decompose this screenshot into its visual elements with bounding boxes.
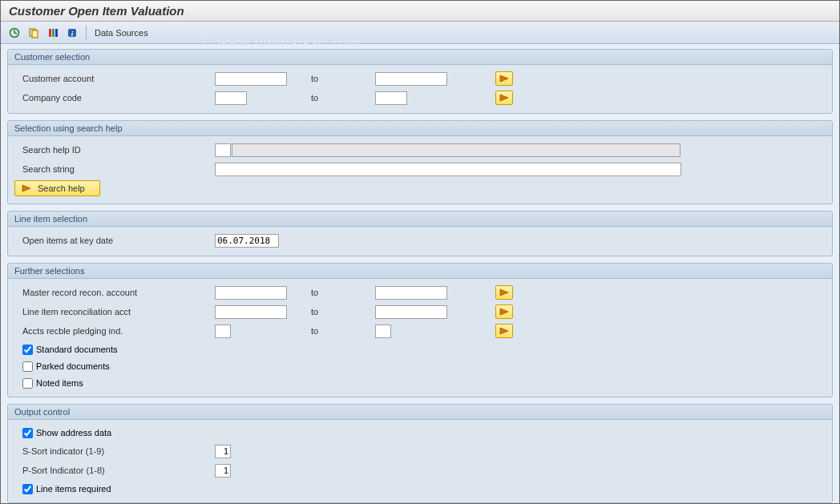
application-toolbar: i Data Sources [1,22,839,44]
customer-account-from-input[interactable] [215,72,287,86]
line-items-required-checkbox[interactable] [22,484,33,494]
standard-documents-checkbox[interactable] [22,345,33,355]
master-record-recon-to-input[interactable] [375,286,447,300]
execute-icon[interactable] [6,25,23,41]
search-string-input[interactable] [215,163,681,176]
search-help-id-input[interactable] [215,143,231,157]
multiple-selection-button[interactable] [495,304,513,319]
line-item-recon-from-input[interactable] [215,305,287,319]
accts-recble-to-input[interactable] [375,325,391,338]
multiple-selection-button[interactable] [495,285,513,300]
group-header: Selection using search help [8,121,832,136]
open-items-key-date-label: Open items at key date [14,236,215,245]
parked-documents-checkbox[interactable] [22,361,33,372]
noted-items-checkbox[interactable] [22,378,33,389]
group-line-item-selection: Line item selection Open items at key da… [7,211,833,256]
multiple-selection-button[interactable] [495,91,513,105]
master-record-recon-from-input[interactable] [215,286,287,300]
multiple-selection-button[interactable] [495,71,513,86]
accts-recble-pledging-label: Accts recble pledging ind. [14,326,215,336]
show-address-data-checkbox[interactable] [22,428,33,438]
line-item-recon-label: Line item reconciliation acct [14,307,215,317]
group-further-selections: Further selections Master record recon. … [7,263,833,397]
group-customer-selection: Customer selection Customer account to C… [7,49,833,114]
page-title: Customer Open Item Valuation [1,1,839,22]
svg-rect-4 [32,30,38,38]
to-label: to [287,288,375,297]
group-header: Customer selection [8,50,832,65]
multiple-selection-button[interactable] [495,324,513,338]
data-sources-button[interactable]: Data Sources [91,28,151,38]
group-header: Further selections [8,264,832,279]
parked-documents-label: Parked documents [36,361,110,371]
selection-options-icon[interactable] [44,25,62,41]
search-help-id-desc-input [232,143,680,157]
customer-account-to-input[interactable] [375,72,447,86]
line-items-required-label: Line items required [36,484,111,494]
get-variant-icon[interactable] [25,25,42,41]
info-icon[interactable]: i [63,25,81,41]
content-area: Customer selection Customer account to C… [1,44,839,503]
to-label: to [287,326,375,336]
show-address-data-label: Show address data [36,428,111,437]
standard-documents-label: Standard documents [36,345,118,354]
open-items-key-date-input[interactable] [215,234,279,248]
search-help-button-label: Search help [38,183,85,193]
p-sort-indicator-input[interactable] [215,464,231,478]
search-help-button[interactable]: Search help [14,180,100,196]
company-code-from-input[interactable] [215,91,247,105]
to-label: to [287,93,375,103]
to-label: to [287,307,375,317]
group-search-help: Selection using search help Search help … [7,120,833,204]
master-record-recon-label: Master record recon. account [14,288,215,297]
s-sort-indicator-input[interactable] [215,445,231,458]
svg-rect-7 [55,29,58,37]
accts-recble-from-input[interactable] [215,325,231,338]
company-code-to-input[interactable] [375,91,407,105]
group-header: Line item selection [8,212,832,227]
company-code-label: Company code [14,93,215,103]
to-label: to [287,74,375,83]
noted-items-label: Noted items [36,378,83,388]
group-header: Output control [8,405,832,420]
search-string-label: Search string [14,164,215,174]
page-title-text: Customer Open Item Valuation [9,4,184,18]
svg-rect-6 [52,29,55,37]
group-output-control: Output control Show address data S-Sort … [7,404,833,503]
customer-account-label: Customer account [14,74,215,83]
line-item-recon-to-input[interactable] [375,305,447,319]
p-sort-indicator-label: P-Sort Indicator (1-8) [14,466,215,475]
toolbar-separator [86,26,87,40]
search-help-id-label: Search help ID [14,145,215,155]
svg-line-2 [14,33,17,34]
s-sort-indicator-label: S-Sort indicator (1-9) [14,446,215,456]
svg-rect-5 [49,29,51,37]
